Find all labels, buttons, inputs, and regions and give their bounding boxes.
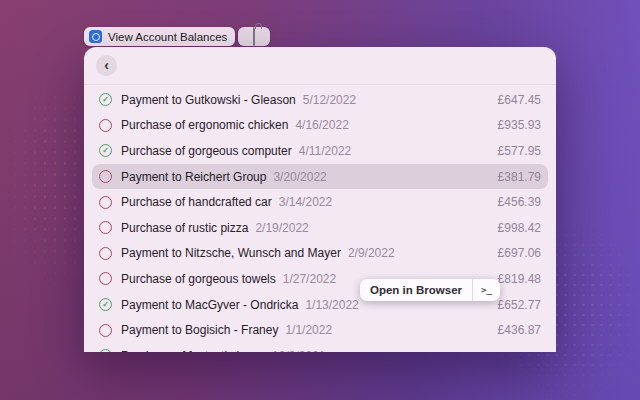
terminal-icon: >_	[481, 285, 492, 295]
transaction-amount: £697.06	[498, 246, 541, 260]
transaction-amount: £819.48	[498, 272, 541, 286]
status-unpaid-icon	[99, 196, 112, 209]
back-button[interactable]: ‹	[96, 55, 117, 76]
transaction-title: Purchase of fantastic jeans	[121, 349, 265, 352]
status-unpaid-icon	[99, 119, 112, 132]
lock-chip[interactable]	[238, 27, 270, 46]
transaction-date: 1/27/2022	[283, 272, 336, 286]
transaction-row[interactable]: ✓ Payment to Gutkowski - Gleason 5/12/20…	[92, 87, 548, 113]
transaction-amount: £998.42	[498, 221, 541, 235]
transaction-row[interactable]: Purchase of handcrafted car 3/14/2022 £4…	[92, 189, 548, 215]
transaction-row[interactable]: ✓ Purchase of fantastic jeans 12/9/2021	[92, 343, 548, 352]
command-pill-label: View Account Balances	[108, 31, 227, 43]
transaction-amount: £436.87	[498, 323, 541, 337]
transaction-title: Purchase of handcrafted car	[121, 195, 272, 209]
transaction-date: 3/14/2022	[279, 195, 332, 209]
transaction-list: ✓ Payment to Gutkowski - Gleason 5/12/20…	[84, 85, 556, 352]
status-paid-icon: ✓	[99, 93, 112, 106]
transaction-date: 12/9/2021	[272, 349, 325, 352]
launcher-command-pill: View Account Balances	[84, 27, 270, 46]
transaction-date: 1/1/2022	[285, 323, 332, 337]
transaction-amount: £647.45	[498, 93, 541, 107]
transaction-title: Payment to Reichert Group	[121, 170, 266, 184]
transaction-title: Purchase of gorgeous towels	[121, 272, 276, 286]
transaction-title: Payment to MacGyver - Ondricka	[121, 298, 298, 312]
status-paid-icon: ✓	[99, 144, 112, 157]
open-in-browser-button[interactable]: Open in Browser	[360, 279, 472, 301]
command-pill[interactable]: View Account Balances	[84, 27, 235, 46]
transaction-date: 4/11/2022	[299, 144, 352, 158]
status-unpaid-icon	[99, 247, 112, 260]
transaction-row[interactable]: Payment to Reichert Group 3/20/2022 £381…	[92, 164, 548, 190]
status-unpaid-icon	[99, 324, 112, 337]
transaction-date: 2/19/2022	[255, 221, 308, 235]
status-paid-icon: ✓	[99, 349, 112, 352]
transaction-date: 5/12/2022	[303, 93, 356, 107]
transaction-amount: £381.79	[498, 170, 541, 184]
transaction-date: 4/16/2022	[295, 118, 348, 132]
transaction-title: Purchase of rustic pizza	[121, 221, 248, 235]
transaction-row[interactable]: Purchase of rustic pizza 2/19/2022 £998.…	[92, 215, 548, 241]
status-unpaid-icon	[99, 170, 112, 183]
back-chevron-icon: ‹	[104, 58, 109, 72]
account-balances-window: ‹ ✓ Payment to Gutkowski - Gleason 5/12/…	[84, 47, 556, 352]
transaction-amount: £652.77	[498, 298, 541, 312]
transaction-title: Payment to Gutkowski - Gleason	[121, 93, 296, 107]
status-unpaid-icon	[99, 272, 112, 285]
transaction-row[interactable]: Payment to Nitzsche, Wunsch and Mayer 2/…	[92, 241, 548, 267]
terminal-button[interactable]: >_	[472, 279, 500, 301]
transaction-amount: £935.93	[498, 118, 541, 132]
transaction-date: 1/13/2022	[305, 298, 358, 312]
transaction-date: 3/20/2022	[273, 170, 326, 184]
transaction-title: Payment to Nitzsche, Wunsch and Mayer	[121, 246, 341, 260]
status-paid-icon: ✓	[99, 298, 112, 311]
transaction-row[interactable]: Purchase of ergonomic chicken 4/16/2022 …	[92, 113, 548, 139]
transaction-title: Payment to Bogisich - Franey	[121, 323, 278, 337]
extension-app-icon	[89, 30, 102, 43]
transaction-row[interactable]: Payment to Bogisich - Franey 1/1/2022 £4…	[92, 317, 548, 343]
transaction-amount: £456.39	[498, 195, 541, 209]
transaction-row[interactable]: ✓ Purchase of gorgeous computer 4/11/202…	[92, 138, 548, 164]
transaction-amount: £577.95	[498, 144, 541, 158]
lock-icon	[253, 28, 255, 46]
floating-toolbar: Open in Browser >_	[360, 279, 500, 301]
status-unpaid-icon	[99, 221, 112, 234]
window-header: ‹	[84, 47, 556, 85]
transaction-date: 2/9/2022	[348, 246, 395, 260]
transaction-title: Purchase of ergonomic chicken	[121, 118, 288, 132]
transaction-title: Purchase of gorgeous computer	[121, 144, 292, 158]
